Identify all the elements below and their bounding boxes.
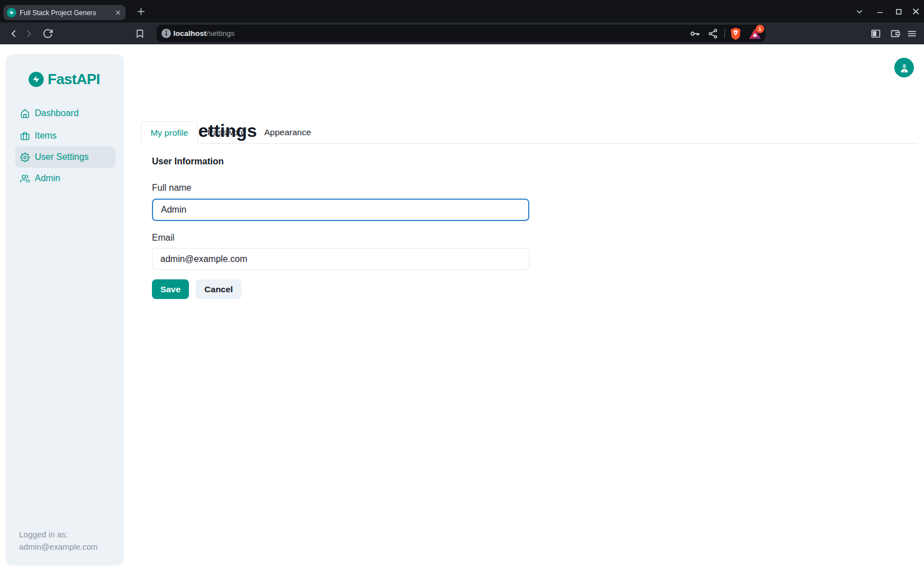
tab-appearance[interactable]: Appearance xyxy=(255,121,320,144)
save-button[interactable]: Save xyxy=(152,279,189,299)
url-host: localhost xyxy=(173,29,206,38)
user-menu-button[interactable] xyxy=(894,58,914,77)
page-content: FastAPI Dashboard Items User Settings xyxy=(0,44,924,575)
menu-icon[interactable] xyxy=(907,28,917,39)
window-close-icon[interactable] xyxy=(911,7,921,16)
sidebar-item-label: Items xyxy=(35,131,57,141)
browser-toolbar: localhost/settings 1 xyxy=(0,22,924,44)
sidebar-item-items[interactable]: Items xyxy=(6,125,124,146)
back-icon[interactable] xyxy=(8,28,19,39)
home-icon xyxy=(20,109,30,118)
sidebar-item-dashboard[interactable]: Dashboard xyxy=(6,103,124,124)
browser-tab[interactable]: Full Stack Project Genera xyxy=(3,5,126,20)
tab-title: Full Stack Project Genera xyxy=(20,9,110,17)
reload-icon[interactable] xyxy=(43,28,53,39)
sidebar-toggle-icon[interactable] xyxy=(870,28,881,39)
bookmark-icon[interactable] xyxy=(135,29,145,38)
logged-in-footer: Logged in as: admin@example.com xyxy=(19,528,98,553)
sidebar: FastAPI Dashboard Items User Settings xyxy=(6,54,124,565)
rewards-badge: 1 xyxy=(756,25,764,33)
logged-in-label: Logged in as: xyxy=(19,528,98,541)
browser-tab-strip: Full Stack Project Genera xyxy=(0,0,924,22)
full-name-input[interactable] xyxy=(152,199,529,221)
address-bar[interactable]: localhost/settings 1 xyxy=(156,25,765,42)
sidebar-item-label: Dashboard xyxy=(35,108,78,118)
brave-shield-icon[interactable] xyxy=(729,27,742,40)
app-logo-text: FastAPI xyxy=(48,71,100,88)
url-text: localhost/settings xyxy=(173,25,235,42)
url-path: /settings xyxy=(206,29,234,38)
section-title: User Information xyxy=(152,157,224,167)
tab-password[interactable]: Password xyxy=(198,121,255,144)
tab-close-icon[interactable] xyxy=(113,8,122,17)
forward-icon[interactable] xyxy=(24,28,35,39)
maximize-icon[interactable] xyxy=(894,7,903,16)
users-icon xyxy=(20,174,30,183)
app-logo: FastAPI xyxy=(29,71,100,88)
logged-in-email: admin@example.com xyxy=(19,541,98,553)
fastapi-favicon-icon xyxy=(7,8,16,17)
sidebar-item-user-settings[interactable]: User Settings xyxy=(6,146,124,168)
share-icon[interactable] xyxy=(708,28,718,39)
user-avatar-icon xyxy=(899,62,910,73)
sidebar-item-label: User Settings xyxy=(35,152,89,162)
cancel-button[interactable]: Cancel xyxy=(196,279,242,299)
tab-my-profile[interactable]: My profile xyxy=(141,121,198,144)
site-info-icon[interactable] xyxy=(160,27,172,39)
sidebar-item-admin[interactable]: Admin xyxy=(6,168,124,189)
toolbar-divider xyxy=(724,29,725,38)
full-name-label: Full name xyxy=(152,183,191,193)
briefcase-icon xyxy=(20,131,30,141)
email-input[interactable] xyxy=(152,248,529,270)
tab-search-icon[interactable] xyxy=(854,7,865,16)
gear-icon xyxy=(20,153,30,162)
key-icon[interactable] xyxy=(689,27,701,39)
fastapi-logo-icon xyxy=(29,72,44,87)
new-tab-icon[interactable] xyxy=(136,6,146,16)
tabs-divider xyxy=(141,143,917,144)
wallet-icon[interactable] xyxy=(890,28,901,39)
email-label: Email xyxy=(152,233,174,243)
sidebar-item-label: Admin xyxy=(35,173,60,183)
minimize-icon[interactable] xyxy=(875,7,885,16)
